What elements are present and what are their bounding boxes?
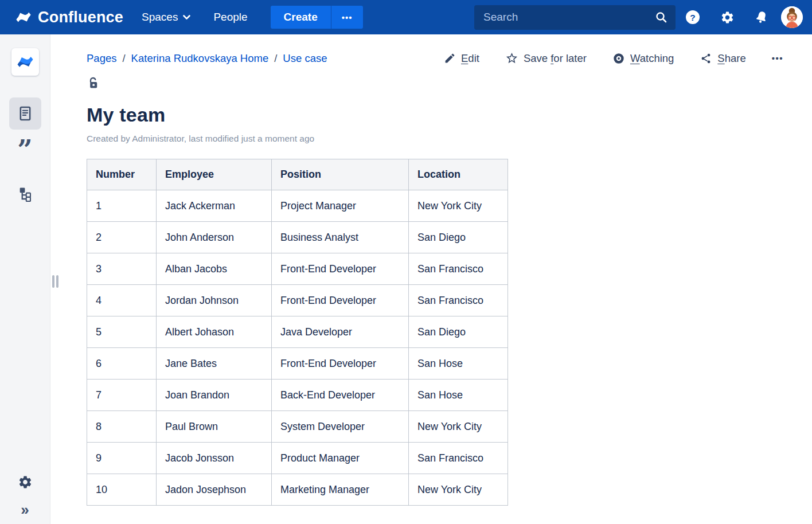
share-label: Share	[717, 52, 745, 65]
svg-text:?: ?	[690, 13, 695, 22]
help-button[interactable]: ?	[676, 5, 710, 30]
top-navbar: Confluence Spaces People Create •••	[0, 0, 812, 34]
cell-number: 10	[87, 474, 157, 506]
sidebar-resize-handle[interactable]	[52, 275, 58, 288]
table-row: 3 Alban Jacobs Front-End Developer San F…	[87, 253, 508, 285]
notifications-button[interactable]	[744, 5, 779, 30]
cell-location: San Francisco	[409, 285, 508, 316]
cell-number: 3	[87, 253, 157, 285]
page-topbar: Pages/Katerina Rudkovskaya Home/Use case…	[87, 52, 783, 65]
cell-number: 7	[87, 380, 157, 411]
cell-number: 1	[87, 190, 157, 222]
column-header-position: Position	[272, 159, 409, 190]
cell-position: Back-End Developer	[272, 380, 409, 411]
chevron-down-icon	[183, 15, 190, 20]
cell-location: San Hose	[409, 380, 508, 411]
bell-icon	[754, 10, 769, 25]
cell-number: 2	[87, 222, 157, 253]
search-input[interactable]	[483, 11, 655, 24]
cell-employee: Jack Ackerman	[157, 190, 272, 222]
nav-spaces[interactable]: Spaces	[142, 11, 190, 24]
create-button[interactable]: Create	[271, 6, 331, 29]
expand-sidebar-button[interactable]: »	[21, 503, 29, 516]
nav-people-label: People	[213, 11, 247, 24]
breadcrumb-pages[interactable]: Pages	[87, 52, 116, 64]
cell-employee: Jadon Josephson	[157, 474, 272, 506]
table-row: 1 Jack Ackerman Project Manager New York…	[87, 190, 508, 222]
share-icon	[700, 52, 712, 65]
admin-settings-button[interactable]	[710, 5, 744, 30]
cell-employee: Jacob Jonsson	[157, 443, 272, 474]
column-header-employee: Employee	[157, 159, 272, 190]
save-for-later-button[interactable]: Save for later	[505, 52, 587, 65]
cell-employee: John Anderson	[157, 222, 272, 253]
column-header-location: Location	[409, 159, 508, 190]
cell-number: 6	[87, 348, 157, 380]
table-row: 6 Jane Bates Front-End Developer San Hos…	[87, 348, 508, 380]
page-byline: Created by Administrator, last modified …	[87, 134, 783, 144]
tree-icon	[17, 186, 33, 202]
cell-position: Java Developer	[272, 316, 409, 348]
cell-position: System Developer	[272, 411, 409, 443]
breadcrumb: Pages/Katerina Rudkovskaya Home/Use case	[87, 52, 327, 65]
table-row: 5 Albert Johason Java Developer San Dieg…	[87, 316, 508, 348]
cell-location: San Hose	[409, 348, 508, 380]
table-row: 9 Jacob Jonsson Product Manager San Fran…	[87, 443, 508, 474]
nav-people[interactable]: People	[213, 11, 247, 24]
navbar-right: ?	[474, 5, 803, 30]
user-avatar[interactable]	[781, 6, 803, 28]
watching-button[interactable]: Watching	[612, 52, 674, 65]
cell-employee: Jordan Johnson	[157, 285, 272, 316]
space-logo[interactable]	[11, 48, 39, 76]
edit-label: Edit	[461, 52, 479, 65]
cell-employee: Paul Brown	[157, 411, 272, 443]
space-settings-gear-icon	[18, 475, 33, 490]
table-row: 8 Paul Brown System Developer New York C…	[87, 411, 508, 443]
sidebar-item-page-tree[interactable]	[9, 178, 41, 210]
column-header-number: Number	[87, 159, 157, 190]
table-row: 10 Jadon Josephson Marketing Manager New…	[87, 474, 508, 506]
cell-position: Marketing Manager	[272, 474, 409, 506]
cell-location: San Francisco	[409, 443, 508, 474]
search-icon[interactable]	[655, 11, 667, 24]
table-header-row: Number Employee Position Location	[87, 159, 508, 190]
unlocked-padlock-icon[interactable]	[87, 76, 783, 90]
watching-label: Watching	[630, 52, 674, 65]
cell-location: New York City	[409, 474, 508, 506]
space-settings-button[interactable]	[18, 475, 33, 490]
confluence-home-link[interactable]: Confluence	[15, 9, 123, 26]
cell-position: Front-End Developer	[272, 285, 409, 316]
cell-employee: Joan Brandon	[157, 380, 272, 411]
app-shell: ” »	[0, 34, 812, 524]
share-button[interactable]: Share	[700, 52, 745, 65]
cell-location: San Francisco	[409, 253, 508, 285]
edit-button[interactable]: Edit	[444, 52, 479, 65]
watch-eye-icon	[612, 52, 625, 65]
sidebar-item-blog[interactable]: ”	[9, 138, 41, 170]
page-title: My team	[87, 104, 783, 126]
cell-employee: Alban Jacobs	[157, 253, 272, 285]
create-split-button: Create •••	[271, 6, 363, 29]
table-row: 2 John Anderson Business Analyst San Die…	[87, 222, 508, 253]
nav-spaces-label: Spaces	[142, 11, 178, 24]
cell-position: Product Manager	[272, 443, 409, 474]
cell-location: New York City	[409, 190, 508, 222]
pages-icon	[17, 105, 33, 122]
sidebar-item-pages[interactable]	[9, 97, 41, 130]
page-more-button[interactable]: •••	[772, 53, 783, 63]
breadcrumb-space-home[interactable]: Katerina Rudkovskaya Home	[131, 52, 269, 64]
cell-position: Project Manager	[272, 190, 409, 222]
cell-number: 4	[87, 285, 157, 316]
cell-position: Front-End Developer	[272, 253, 409, 285]
cell-number: 5	[87, 316, 157, 348]
confluence-logo-icon	[15, 9, 32, 26]
pencil-icon	[444, 52, 456, 64]
create-more-button[interactable]: •••	[331, 6, 363, 29]
sidebar-bottom: »	[18, 475, 33, 516]
page-actions: Edit Save for later	[444, 52, 783, 65]
cell-employee: Albert Johason	[157, 316, 272, 348]
table-row: 7 Joan Brandon Back-End Developer San Ho…	[87, 380, 508, 411]
breadcrumb-use-case[interactable]: Use case	[283, 52, 327, 64]
table-row: 4 Jordan Johnson Front-End Developer San…	[87, 285, 508, 316]
search-box	[474, 5, 676, 30]
